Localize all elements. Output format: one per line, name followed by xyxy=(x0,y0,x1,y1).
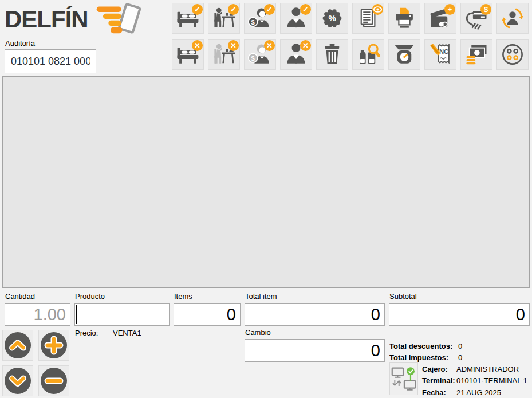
plus-icon xyxy=(40,332,68,359)
delete-item-button[interactable] xyxy=(316,39,348,70)
terminal-label: Terminal: xyxy=(422,376,456,385)
quantity-input[interactable] xyxy=(5,303,70,326)
price-list-row: Precio: VENTA1 xyxy=(75,329,141,337)
trash-icon xyxy=(320,42,344,66)
check-badge: ✓ xyxy=(192,4,203,15)
quick-buttons-button[interactable] xyxy=(496,39,529,70)
subtotal-label: Subtotal xyxy=(389,292,417,301)
items-label: Items xyxy=(174,292,192,301)
room-cancel-button[interactable]: ✕ xyxy=(172,39,204,70)
chevron-up-icon xyxy=(4,332,31,359)
quantity-label: Cantidad xyxy=(5,292,35,301)
cashier-label: Cajero: xyxy=(422,365,456,373)
scroll-down-button[interactable] xyxy=(2,365,33,396)
items-input[interactable] xyxy=(174,303,241,326)
brand-name: DELFÍN xyxy=(5,7,88,31)
plus-badge: + xyxy=(444,4,455,15)
total-taxes-label: Total impuestos: xyxy=(389,353,458,362)
total-taxes-value: 0 xyxy=(458,353,462,362)
change-label: Cambio xyxy=(245,328,271,337)
product-label: Producto xyxy=(75,292,105,301)
print-button[interactable] xyxy=(388,3,420,34)
scale-button[interactable] xyxy=(388,39,420,70)
date-value: 21 AUG 2025 xyxy=(456,388,501,397)
employee-checkin-button[interactable]: ✓ xyxy=(280,3,312,34)
credit-note-button[interactable] xyxy=(424,39,456,70)
change-input[interactable] xyxy=(245,339,385,362)
client-account-cancel-button[interactable]: ✕ xyxy=(244,39,276,70)
dollar-badge: $ xyxy=(480,4,491,15)
price-list-value: VENTA1 xyxy=(113,329,141,337)
audit-label: Auditoría xyxy=(5,39,35,48)
add-payment-card-button[interactable]: + xyxy=(424,3,456,34)
decrease-button[interactable] xyxy=(38,365,69,396)
delfin-logo-mark xyxy=(94,3,143,36)
total-item-label: Total item xyxy=(245,292,277,301)
scroll-up-button[interactable] xyxy=(2,330,33,361)
eye-badge xyxy=(372,4,383,15)
client-account-checkin-button[interactable]: ✓ xyxy=(244,3,276,34)
cashier-value: ADMINISTRADOR xyxy=(456,365,519,373)
toolbar-row-2: ✕✕✕✕ xyxy=(172,39,529,70)
totals-block: Total descuentos: 0 Total impuestos: 0 xyxy=(389,340,462,363)
total-discounts-label: Total descuentos: xyxy=(389,342,458,350)
total-discounts-value: 0 xyxy=(458,342,462,350)
table-checkin-button[interactable]: ✓ xyxy=(208,3,240,34)
total-item-input[interactable] xyxy=(245,303,385,326)
change-user-button[interactable] xyxy=(496,3,529,34)
terminal-sync-status xyxy=(389,362,418,395)
chevron-down-icon xyxy=(4,367,31,395)
table-cancel-button[interactable]: ✕ xyxy=(208,39,240,70)
spinner-buttons xyxy=(2,330,69,396)
x-badge: ✕ xyxy=(192,40,203,51)
four-hole-button-icon xyxy=(501,42,525,66)
monitors-sync-icon xyxy=(391,365,417,393)
room-checkin-button[interactable]: ✓ xyxy=(172,3,204,34)
nc-receipt-icon xyxy=(428,42,452,66)
audit-input[interactable] xyxy=(5,49,96,73)
discount-icon xyxy=(320,6,344,30)
search-product-button[interactable] xyxy=(352,39,384,70)
terminal-value: 010101-TERMINAL 1 xyxy=(456,376,527,385)
product-input[interactable] xyxy=(74,303,170,326)
bottles-search-icon xyxy=(356,42,380,66)
user-refresh-icon xyxy=(501,6,525,30)
minus-icon xyxy=(40,367,68,395)
session-block: Cajero: ADMINISTRADOR Terminal: 010101-T… xyxy=(422,363,527,398)
view-documents-button[interactable] xyxy=(352,3,384,34)
toolbar-row-1: ✓✓✓✓+$ xyxy=(172,3,529,34)
x-badge: ✕ xyxy=(228,40,239,51)
employee-cancel-button[interactable]: ✕ xyxy=(280,39,312,70)
x-badge: ✕ xyxy=(300,40,311,51)
price-label: Precio: xyxy=(75,329,113,337)
check-badge: ✓ xyxy=(228,4,239,15)
scale-icon xyxy=(392,42,416,66)
x-badge: ✕ xyxy=(264,40,275,51)
date-label: Fecha: xyxy=(422,388,456,397)
cash-icon xyxy=(464,42,488,66)
printer-icon xyxy=(392,6,416,30)
app-logo: DELFÍN xyxy=(5,3,143,36)
pos-window: DELFÍN Auditoría ✓✓✓✓+$ ✕✕✕✕ Cantidad Pr… xyxy=(0,0,532,398)
sale-items-list[interactable] xyxy=(2,76,530,288)
check-badge: ✓ xyxy=(264,4,275,15)
check-badge: ✓ xyxy=(300,4,311,15)
discount-button[interactable] xyxy=(316,3,348,34)
card-payment-button[interactable]: $ xyxy=(460,3,492,34)
cash-button[interactable] xyxy=(460,39,492,70)
subtotal-input[interactable] xyxy=(389,303,530,326)
increase-button[interactable] xyxy=(38,330,69,361)
text-caret xyxy=(76,305,77,324)
